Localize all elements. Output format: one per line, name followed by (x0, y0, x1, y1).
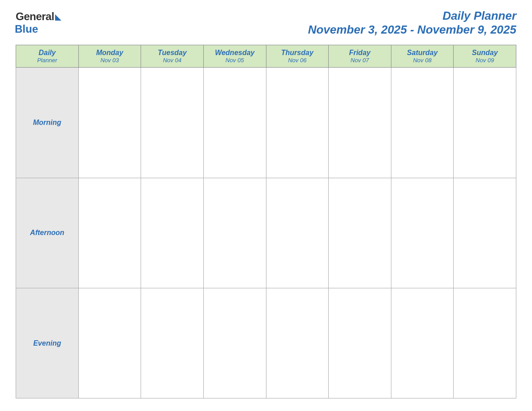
header-col-title-line2: Planner (18, 57, 77, 64)
friday-name: Friday (330, 49, 389, 57)
thursday-name: Thursday (268, 49, 327, 57)
evening-sunday-cell[interactable] (454, 288, 516, 398)
header-col-title-line1: Daily (18, 49, 77, 57)
logo-blue: Blue (15, 23, 38, 35)
evening-wednesday-cell[interactable] (203, 288, 266, 398)
tuesday-name: Tuesday (143, 49, 202, 57)
afternoon-tuesday-cell[interactable] (141, 178, 204, 288)
sunday-name: Sunday (455, 49, 514, 57)
sunday-date: Nov 09 (455, 57, 514, 64)
afternoon-sunday-cell[interactable] (454, 178, 516, 288)
planner-table: Daily Planner Monday Nov 03 Tuesday Nov … (16, 45, 516, 398)
logo-general: General (16, 10, 54, 23)
evening-monday-cell[interactable] (78, 288, 141, 398)
header-title: Daily Planner November 3, 2025 - Novembe… (308, 9, 516, 37)
morning-sunday-cell[interactable] (454, 68, 516, 178)
wednesday-name: Wednesday (206, 49, 264, 57)
logo: General Blue (16, 10, 61, 35)
logo-triangle-icon (55, 14, 61, 21)
evening-friday-cell[interactable] (329, 288, 391, 398)
afternoon-wednesday-cell[interactable] (203, 178, 266, 288)
thursday-date: Nov 06 (268, 57, 327, 64)
afternoon-saturday-cell[interactable] (391, 178, 454, 288)
saturday-date: Nov 08 (393, 57, 452, 64)
morning-wednesday-cell[interactable] (203, 68, 266, 178)
header-monday: Monday Nov 03 (78, 45, 141, 68)
evening-tuesday-cell[interactable] (141, 288, 204, 398)
header-saturday: Saturday Nov 08 (391, 45, 454, 68)
monday-name: Monday (81, 49, 139, 57)
header-wednesday: Wednesday Nov 05 (203, 45, 266, 68)
header-label-cell: Daily Planner (16, 45, 79, 68)
wednesday-date: Nov 05 (206, 57, 264, 64)
logo-line: General (16, 10, 61, 23)
morning-friday-cell[interactable] (329, 68, 391, 178)
morning-label: Morning (16, 68, 79, 178)
header-friday: Friday Nov 07 (329, 45, 391, 68)
morning-tuesday-cell[interactable] (141, 68, 204, 178)
page: General Blue Daily Planner November 3, 2… (0, 0, 532, 411)
afternoon-row: Afternoon (16, 178, 516, 288)
table-header-row: Daily Planner Monday Nov 03 Tuesday Nov … (16, 45, 516, 68)
evening-row: Evening (16, 288, 516, 398)
morning-thursday-cell[interactable] (266, 68, 329, 178)
planner-date-range: November 3, 2025 - November 9, 2025 (308, 23, 516, 37)
morning-saturday-cell[interactable] (391, 68, 454, 178)
header-thursday: Thursday Nov 06 (266, 45, 329, 68)
afternoon-friday-cell[interactable] (329, 178, 391, 288)
evening-saturday-cell[interactable] (391, 288, 454, 398)
friday-date: Nov 07 (330, 57, 389, 64)
header-tuesday: Tuesday Nov 04 (141, 45, 204, 68)
afternoon-label: Afternoon (16, 178, 79, 288)
afternoon-thursday-cell[interactable] (266, 178, 329, 288)
monday-date: Nov 03 (81, 57, 139, 64)
saturday-name: Saturday (393, 49, 452, 57)
header: General Blue Daily Planner November 3, 2… (16, 9, 516, 37)
header-sunday: Sunday Nov 09 (454, 45, 516, 68)
planner-title: Daily Planner (308, 9, 516, 23)
evening-thursday-cell[interactable] (266, 288, 329, 398)
tuesday-date: Nov 04 (143, 57, 202, 64)
afternoon-monday-cell[interactable] (78, 178, 141, 288)
morning-row: Morning (16, 68, 516, 178)
morning-monday-cell[interactable] (78, 68, 141, 178)
evening-label: Evening (16, 288, 79, 398)
